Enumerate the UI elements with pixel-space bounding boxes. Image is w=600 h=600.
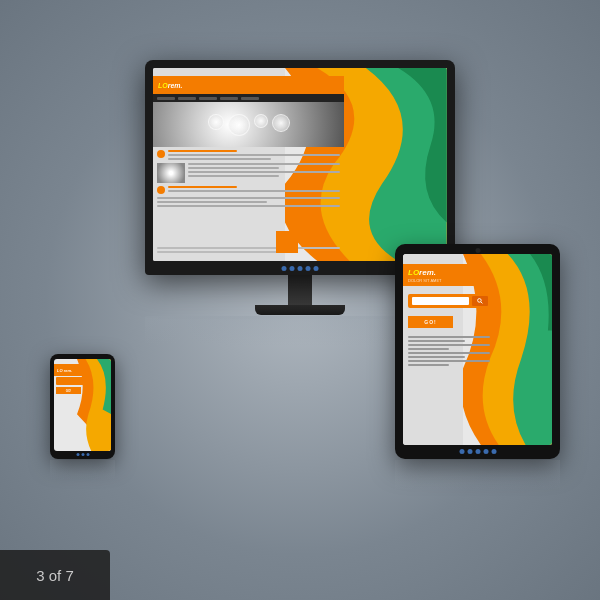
text-line [408, 364, 449, 366]
text-line [188, 175, 279, 177]
monitor-neck [288, 275, 312, 305]
tablet: LOrem. DOLOR SIT AMET [395, 244, 560, 490]
text-line [168, 154, 340, 156]
monitor-screen: LOrem. [153, 68, 447, 261]
tablet-logo: LOrem. [408, 268, 442, 277]
text-line [157, 205, 340, 207]
monitor-base [255, 305, 345, 315]
tablet-bezel: LOrem. DOLOR SIT AMET [395, 244, 560, 459]
text-line [188, 167, 279, 169]
page-counter-text: 3 of 7 [36, 567, 74, 584]
tablet-search-button [472, 296, 488, 306]
indicator-dot [483, 449, 488, 454]
phone-header: LO rem. [54, 364, 85, 376]
content-row [157, 197, 340, 207]
phone-logo: LO rem. [57, 368, 72, 373]
nav-item [199, 97, 217, 100]
content-row [157, 150, 340, 160]
text-line [408, 348, 449, 350]
orange-icon [157, 150, 165, 158]
content-row [157, 163, 340, 183]
hero-circle [272, 114, 290, 132]
tablet-logo-subtitle: DOLOR SIT AMET [408, 278, 442, 283]
text-line [408, 356, 465, 358]
phone: LO rem. GO! [50, 354, 115, 480]
indicator-dot [76, 453, 79, 456]
monitor-footer [153, 247, 344, 255]
nav-item [157, 97, 175, 100]
text-line [408, 344, 490, 346]
indicator-dot [467, 449, 472, 454]
svg-point-3 [478, 299, 482, 303]
phone-screen-content: LO rem. GO! [54, 359, 111, 451]
text-line [168, 150, 237, 152]
monitor-header-bar: LOrem. [153, 76, 344, 94]
monitor-body [153, 147, 344, 213]
tablet-camera [475, 248, 480, 253]
tablet-screen: LOrem. DOLOR SIT AMET [403, 254, 552, 445]
text-line [168, 186, 237, 188]
text-line [408, 340, 465, 342]
bottom-line [157, 251, 285, 253]
page-counter: 3 of 7 [0, 550, 110, 600]
indicator-dot [86, 453, 89, 456]
text-line [168, 158, 271, 160]
monitor-indicator-dots [282, 266, 319, 271]
main-scene: LOrem. [20, 40, 580, 560]
content-row [157, 186, 340, 194]
thumbnail [157, 163, 185, 183]
hero-circle [208, 114, 224, 130]
tablet-go-button: GO! [408, 316, 453, 328]
monitor-logo: LOrem. [158, 82, 183, 89]
bottom-line [157, 247, 340, 249]
text-block [157, 197, 340, 207]
tablet-header: LOrem. DOLOR SIT AMET [403, 264, 485, 286]
nav-item [241, 97, 259, 100]
nav-item [220, 97, 238, 100]
orange-icon [157, 186, 165, 194]
tablet-reflection [395, 460, 560, 490]
indicator-dot [290, 266, 295, 271]
indicator-dot [81, 453, 84, 456]
text-line [408, 352, 490, 354]
monitor-screen-content: LOrem. [153, 68, 447, 261]
text-line [188, 171, 340, 173]
phone-screen: LO rem. GO! [54, 359, 111, 451]
monitor-hero-image [153, 102, 344, 147]
svg-line-4 [481, 302, 483, 304]
text-line [168, 190, 340, 192]
tablet-text-area [408, 336, 490, 368]
tablet-indicator-dots [459, 449, 496, 454]
indicator-dot [475, 449, 480, 454]
orange-accent-box [276, 231, 298, 253]
tablet-screen-content: LOrem. DOLOR SIT AMET [403, 254, 552, 445]
monitor-nav [153, 94, 344, 102]
monitor-bezel: LOrem. [145, 60, 455, 275]
phone-go-button: GO! [56, 387, 81, 394]
text-block [168, 186, 340, 194]
tablet-search-input [412, 297, 469, 305]
tablet-logo-text: LO [408, 268, 419, 277]
text-line [408, 336, 490, 338]
search-icon [477, 298, 483, 304]
tablet-go-label: GO! [424, 319, 436, 325]
phone-go-label: GO! [66, 389, 72, 393]
indicator-dot [459, 449, 464, 454]
phone-reflection [50, 460, 115, 480]
tablet-search-box [408, 294, 497, 308]
hero-circles [208, 114, 290, 136]
indicator-dot [306, 266, 311, 271]
phone-bezel: LO rem. GO! [50, 354, 115, 459]
indicator-dot [282, 266, 287, 271]
phone-search-box [56, 377, 85, 385]
text-line [408, 360, 490, 362]
monitor-logo-text: LO [158, 82, 168, 89]
indicator-dot [491, 449, 496, 454]
phone-indicator-dots [76, 453, 89, 456]
hero-circle [228, 114, 250, 136]
text-line [188, 163, 340, 165]
indicator-dot [298, 266, 303, 271]
indicator-dot [314, 266, 319, 271]
hero-circle [254, 114, 268, 128]
text-block [188, 163, 340, 183]
